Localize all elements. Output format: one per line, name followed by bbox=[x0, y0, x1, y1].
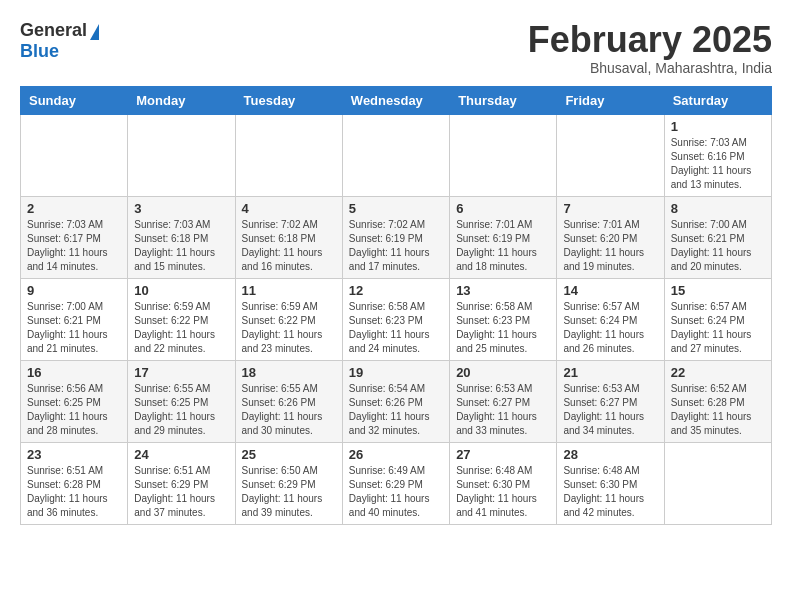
day-info: Sunrise: 7:03 AM Sunset: 6:17 PM Dayligh… bbox=[27, 218, 121, 274]
weekday-header-saturday: Saturday bbox=[664, 86, 771, 114]
day-info: Sunrise: 6:49 AM Sunset: 6:29 PM Dayligh… bbox=[349, 464, 443, 520]
day-number: 14 bbox=[563, 283, 657, 298]
day-info: Sunrise: 7:03 AM Sunset: 6:18 PM Dayligh… bbox=[134, 218, 228, 274]
calendar-cell bbox=[664, 442, 771, 524]
day-number: 4 bbox=[242, 201, 336, 216]
calendar-cell: 22Sunrise: 6:52 AM Sunset: 6:28 PM Dayli… bbox=[664, 360, 771, 442]
calendar-cell bbox=[342, 114, 449, 196]
calendar-week-row: 23Sunrise: 6:51 AM Sunset: 6:28 PM Dayli… bbox=[21, 442, 772, 524]
day-number: 26 bbox=[349, 447, 443, 462]
calendar-week-row: 1Sunrise: 7:03 AM Sunset: 6:16 PM Daylig… bbox=[21, 114, 772, 196]
calendar-table: SundayMondayTuesdayWednesdayThursdayFrid… bbox=[20, 86, 772, 525]
day-number: 19 bbox=[349, 365, 443, 380]
weekday-header-thursday: Thursday bbox=[450, 86, 557, 114]
logo-icon bbox=[90, 24, 99, 40]
calendar-cell: 14Sunrise: 6:57 AM Sunset: 6:24 PM Dayli… bbox=[557, 278, 664, 360]
location-subtitle: Bhusaval, Maharashtra, India bbox=[528, 60, 772, 76]
weekday-header-tuesday: Tuesday bbox=[235, 86, 342, 114]
calendar-cell bbox=[235, 114, 342, 196]
title-section: February 2025 Bhusaval, Maharashtra, Ind… bbox=[528, 20, 772, 76]
day-number: 13 bbox=[456, 283, 550, 298]
day-info: Sunrise: 6:53 AM Sunset: 6:27 PM Dayligh… bbox=[456, 382, 550, 438]
day-info: Sunrise: 6:53 AM Sunset: 6:27 PM Dayligh… bbox=[563, 382, 657, 438]
day-info: Sunrise: 6:58 AM Sunset: 6:23 PM Dayligh… bbox=[456, 300, 550, 356]
day-number: 20 bbox=[456, 365, 550, 380]
logo-blue-text: Blue bbox=[20, 41, 59, 61]
day-number: 3 bbox=[134, 201, 228, 216]
day-info: Sunrise: 7:02 AM Sunset: 6:19 PM Dayligh… bbox=[349, 218, 443, 274]
calendar-week-row: 2Sunrise: 7:03 AM Sunset: 6:17 PM Daylig… bbox=[21, 196, 772, 278]
calendar-cell: 16Sunrise: 6:56 AM Sunset: 6:25 PM Dayli… bbox=[21, 360, 128, 442]
day-number: 10 bbox=[134, 283, 228, 298]
weekday-header-friday: Friday bbox=[557, 86, 664, 114]
logo-general-text: General bbox=[20, 20, 87, 41]
day-number: 2 bbox=[27, 201, 121, 216]
day-info: Sunrise: 6:57 AM Sunset: 6:24 PM Dayligh… bbox=[671, 300, 765, 356]
calendar-cell: 15Sunrise: 6:57 AM Sunset: 6:24 PM Dayli… bbox=[664, 278, 771, 360]
calendar-cell: 11Sunrise: 6:59 AM Sunset: 6:22 PM Dayli… bbox=[235, 278, 342, 360]
day-number: 18 bbox=[242, 365, 336, 380]
day-number: 15 bbox=[671, 283, 765, 298]
calendar-cell: 26Sunrise: 6:49 AM Sunset: 6:29 PM Dayli… bbox=[342, 442, 449, 524]
day-number: 11 bbox=[242, 283, 336, 298]
day-info: Sunrise: 7:03 AM Sunset: 6:16 PM Dayligh… bbox=[671, 136, 765, 192]
month-title: February 2025 bbox=[528, 20, 772, 60]
calendar-cell bbox=[450, 114, 557, 196]
day-number: 9 bbox=[27, 283, 121, 298]
weekday-header-wednesday: Wednesday bbox=[342, 86, 449, 114]
day-number: 5 bbox=[349, 201, 443, 216]
calendar-cell: 4Sunrise: 7:02 AM Sunset: 6:18 PM Daylig… bbox=[235, 196, 342, 278]
day-number: 24 bbox=[134, 447, 228, 462]
day-info: Sunrise: 6:57 AM Sunset: 6:24 PM Dayligh… bbox=[563, 300, 657, 356]
calendar-cell: 24Sunrise: 6:51 AM Sunset: 6:29 PM Dayli… bbox=[128, 442, 235, 524]
day-number: 16 bbox=[27, 365, 121, 380]
calendar-cell: 20Sunrise: 6:53 AM Sunset: 6:27 PM Dayli… bbox=[450, 360, 557, 442]
calendar-cell: 5Sunrise: 7:02 AM Sunset: 6:19 PM Daylig… bbox=[342, 196, 449, 278]
calendar-header-row: SundayMondayTuesdayWednesdayThursdayFrid… bbox=[21, 86, 772, 114]
calendar-cell: 9Sunrise: 7:00 AM Sunset: 6:21 PM Daylig… bbox=[21, 278, 128, 360]
day-info: Sunrise: 7:01 AM Sunset: 6:19 PM Dayligh… bbox=[456, 218, 550, 274]
logo: General Blue bbox=[20, 20, 99, 62]
weekday-header-monday: Monday bbox=[128, 86, 235, 114]
day-number: 12 bbox=[349, 283, 443, 298]
day-number: 28 bbox=[563, 447, 657, 462]
calendar-cell: 6Sunrise: 7:01 AM Sunset: 6:19 PM Daylig… bbox=[450, 196, 557, 278]
day-info: Sunrise: 6:55 AM Sunset: 6:26 PM Dayligh… bbox=[242, 382, 336, 438]
day-number: 17 bbox=[134, 365, 228, 380]
calendar-cell: 12Sunrise: 6:58 AM Sunset: 6:23 PM Dayli… bbox=[342, 278, 449, 360]
calendar-cell: 17Sunrise: 6:55 AM Sunset: 6:25 PM Dayli… bbox=[128, 360, 235, 442]
calendar-cell: 8Sunrise: 7:00 AM Sunset: 6:21 PM Daylig… bbox=[664, 196, 771, 278]
calendar-cell: 18Sunrise: 6:55 AM Sunset: 6:26 PM Dayli… bbox=[235, 360, 342, 442]
day-info: Sunrise: 7:01 AM Sunset: 6:20 PM Dayligh… bbox=[563, 218, 657, 274]
day-number: 8 bbox=[671, 201, 765, 216]
day-info: Sunrise: 6:51 AM Sunset: 6:29 PM Dayligh… bbox=[134, 464, 228, 520]
calendar-week-row: 16Sunrise: 6:56 AM Sunset: 6:25 PM Dayli… bbox=[21, 360, 772, 442]
day-info: Sunrise: 6:58 AM Sunset: 6:23 PM Dayligh… bbox=[349, 300, 443, 356]
calendar-cell bbox=[21, 114, 128, 196]
calendar-cell: 27Sunrise: 6:48 AM Sunset: 6:30 PM Dayli… bbox=[450, 442, 557, 524]
day-number: 21 bbox=[563, 365, 657, 380]
day-info: Sunrise: 6:59 AM Sunset: 6:22 PM Dayligh… bbox=[134, 300, 228, 356]
calendar-cell: 13Sunrise: 6:58 AM Sunset: 6:23 PM Dayli… bbox=[450, 278, 557, 360]
calendar-cell: 28Sunrise: 6:48 AM Sunset: 6:30 PM Dayli… bbox=[557, 442, 664, 524]
day-info: Sunrise: 6:48 AM Sunset: 6:30 PM Dayligh… bbox=[456, 464, 550, 520]
calendar-cell: 3Sunrise: 7:03 AM Sunset: 6:18 PM Daylig… bbox=[128, 196, 235, 278]
day-number: 1 bbox=[671, 119, 765, 134]
calendar-cell: 7Sunrise: 7:01 AM Sunset: 6:20 PM Daylig… bbox=[557, 196, 664, 278]
day-info: Sunrise: 6:52 AM Sunset: 6:28 PM Dayligh… bbox=[671, 382, 765, 438]
calendar-cell: 19Sunrise: 6:54 AM Sunset: 6:26 PM Dayli… bbox=[342, 360, 449, 442]
calendar-cell bbox=[128, 114, 235, 196]
day-info: Sunrise: 6:54 AM Sunset: 6:26 PM Dayligh… bbox=[349, 382, 443, 438]
day-number: 25 bbox=[242, 447, 336, 462]
day-info: Sunrise: 6:50 AM Sunset: 6:29 PM Dayligh… bbox=[242, 464, 336, 520]
calendar-cell: 1Sunrise: 7:03 AM Sunset: 6:16 PM Daylig… bbox=[664, 114, 771, 196]
day-info: Sunrise: 6:48 AM Sunset: 6:30 PM Dayligh… bbox=[563, 464, 657, 520]
calendar-cell: 21Sunrise: 6:53 AM Sunset: 6:27 PM Dayli… bbox=[557, 360, 664, 442]
calendar-cell: 2Sunrise: 7:03 AM Sunset: 6:17 PM Daylig… bbox=[21, 196, 128, 278]
day-info: Sunrise: 7:00 AM Sunset: 6:21 PM Dayligh… bbox=[27, 300, 121, 356]
day-info: Sunrise: 7:00 AM Sunset: 6:21 PM Dayligh… bbox=[671, 218, 765, 274]
calendar-week-row: 9Sunrise: 7:00 AM Sunset: 6:21 PM Daylig… bbox=[21, 278, 772, 360]
page-header: General Blue February 2025 Bhusaval, Mah… bbox=[20, 20, 772, 76]
day-info: Sunrise: 6:51 AM Sunset: 6:28 PM Dayligh… bbox=[27, 464, 121, 520]
day-info: Sunrise: 6:55 AM Sunset: 6:25 PM Dayligh… bbox=[134, 382, 228, 438]
